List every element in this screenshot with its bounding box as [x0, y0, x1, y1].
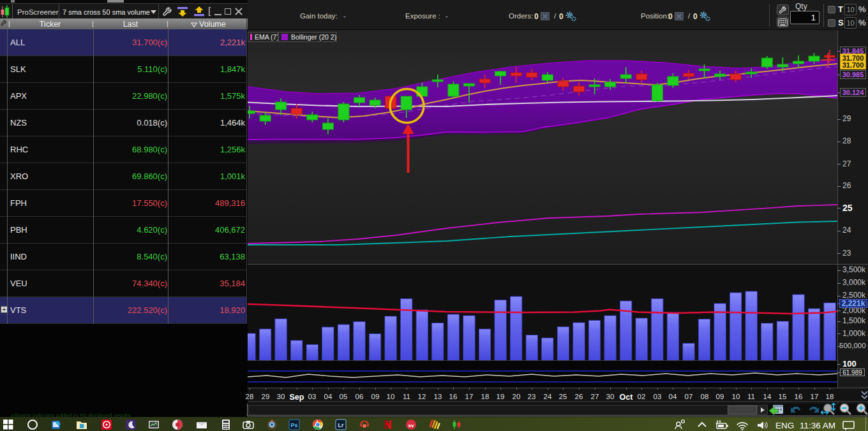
- svg-text:sv: sv: [408, 423, 414, 428]
- svg-text:Lr: Lr: [338, 422, 344, 428]
- svg-text:Ps: Ps: [290, 422, 297, 428]
